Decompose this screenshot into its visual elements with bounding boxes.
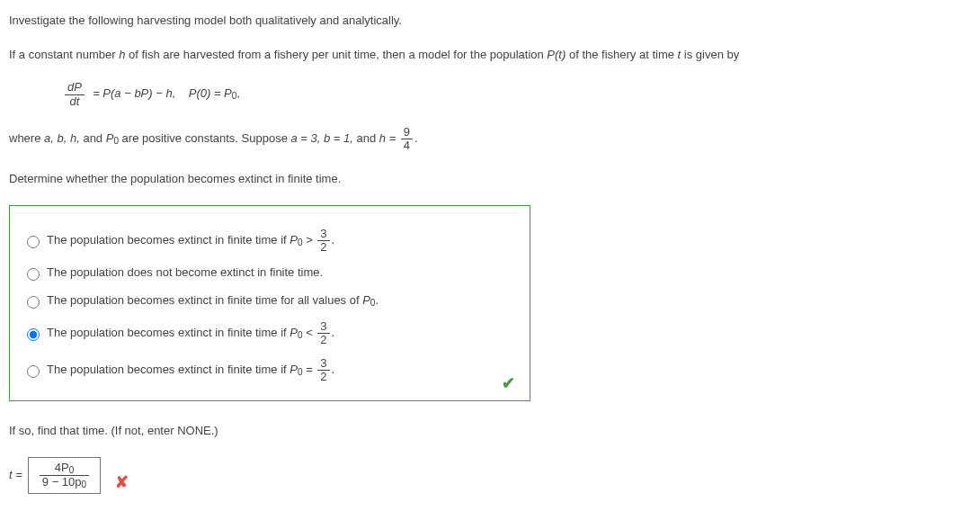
sub-0: 0 <box>298 367 303 377</box>
opt-text: The population becomes extinct in finite… <box>47 233 290 247</box>
option-1[interactable]: The population becomes extinct in finite… <box>22 228 517 255</box>
vars: a, b, h, <box>44 131 80 145</box>
intro-text: Investigate the following harvesting mod… <box>9 13 971 29</box>
var-p: P <box>290 363 298 376</box>
radio-3[interactable] <box>27 296 40 309</box>
answer-row: t = 4P0 9 − 10p0 ✘ <box>9 457 971 494</box>
eq-den: dt <box>65 94 85 108</box>
option-3[interactable]: The population becomes extinct in finite… <box>22 292 517 309</box>
frac-den: 4 <box>401 139 413 152</box>
var-p: P <box>290 326 298 339</box>
eq-num: dP <box>65 81 85 94</box>
option-5[interactable]: The population becomes extinct in finite… <box>22 357 517 384</box>
period: . <box>332 233 335 247</box>
comma: , <box>236 87 240 101</box>
opt-text: The population does not become extinct i… <box>47 264 323 281</box>
frac-den: 2 <box>317 240 329 254</box>
var-p: P <box>362 293 370 307</box>
vals: a = 3, b = 1, <box>290 131 352 145</box>
opt-text: The population becomes extinct in finite… <box>47 326 290 339</box>
var-t: t <box>678 48 682 61</box>
frac-num: 3 <box>317 320 329 333</box>
period: . <box>375 293 379 307</box>
gt: > <box>306 233 316 247</box>
eq-body: = P(a − bP) − h, P(0) = P <box>90 87 232 101</box>
premise-text: If a constant number h of fish are harve… <box>9 47 971 63</box>
frac-num: 9 <box>401 126 413 139</box>
period: . <box>332 326 335 339</box>
ans-den: 9 − 10p <box>42 475 82 489</box>
text: of the fishery at time <box>569 48 678 61</box>
text: and <box>83 131 105 145</box>
text: is given by <box>684 48 739 61</box>
var-h-eq: h = <box>379 131 399 145</box>
sub-0: 0 <box>113 136 119 146</box>
text: of fish are harvested from a fishery per… <box>129 48 547 61</box>
sub-0: 0 <box>298 330 303 340</box>
frac-den: 2 <box>317 370 329 383</box>
text: If a constant number <box>9 48 119 61</box>
text: are positive constants. Suppose <box>122 131 291 145</box>
check-icon: ✔ <box>502 372 515 395</box>
frac-num: 3 <box>317 228 329 240</box>
period: . <box>332 363 335 376</box>
opt-text: The population becomes extinct in finite… <box>47 363 290 376</box>
where-text: where a, b, h, and P0 are positive const… <box>9 126 971 153</box>
frac-den: 2 <box>317 333 329 346</box>
text: and <box>356 131 379 145</box>
var-pt: P(t) <box>547 48 566 61</box>
sub-0: 0 <box>298 238 303 247</box>
var-p: P <box>290 233 298 247</box>
opt-text: The population becomes extinct in finite… <box>47 293 362 307</box>
sub-0: 0 <box>82 480 87 489</box>
eq-sym: = <box>306 363 316 376</box>
var-h: h <box>119 48 125 61</box>
ans-num: 4P <box>55 461 69 474</box>
options-box: The population becomes extinct in finite… <box>9 205 530 401</box>
text: where <box>9 131 44 145</box>
radio-1[interactable] <box>27 236 40 248</box>
radio-2[interactable] <box>27 268 40 281</box>
equation: dP dt = P(a − bP) − h, P(0) = P0, <box>63 81 971 108</box>
question-2: If so, find that time. (If not, enter NO… <box>9 423 971 439</box>
option-2[interactable]: The population does not become extinct i… <box>22 264 517 281</box>
option-4[interactable]: The population becomes extinct in finite… <box>22 320 517 347</box>
period: . <box>414 131 418 145</box>
answer-input[interactable]: 4P0 9 − 10p0 <box>28 457 101 494</box>
sub-0: 0 <box>69 465 75 475</box>
frac-num: 3 <box>317 357 329 370</box>
answer-label: t = <box>9 467 22 483</box>
radio-4[interactable] <box>27 328 40 341</box>
question-1: Determine whether the population becomes… <box>9 171 971 187</box>
radio-5[interactable] <box>27 365 40 378</box>
cross-icon: ✘ <box>115 471 129 494</box>
lt: < <box>306 326 316 339</box>
